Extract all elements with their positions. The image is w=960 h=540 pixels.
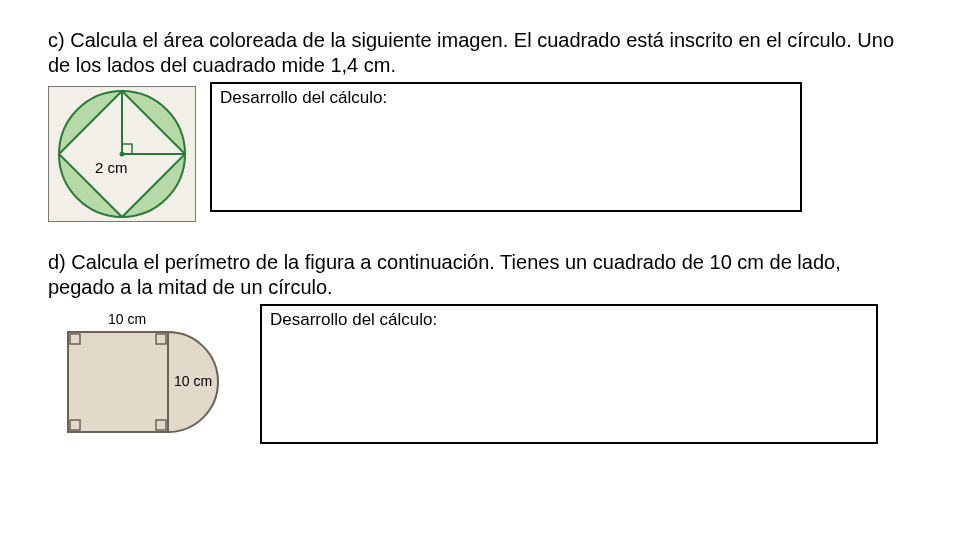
figure-c: 2 cm <box>48 86 196 222</box>
problem-c-prompt: c) Calcula el área coloreada de la sigui… <box>48 28 912 78</box>
problem-d-row: 10 cm 10 cm Desarrollo del cálculo: <box>48 304 912 458</box>
problem-c-row: 2 cm Desarrollo del cálculo: <box>48 82 912 222</box>
calc-box-d[interactable]: Desarrollo del cálculo: <box>260 304 878 444</box>
figure-d: 10 cm 10 cm <box>48 308 246 458</box>
calc-box-c[interactable]: Desarrollo del cálculo: <box>210 82 802 212</box>
svg-rect-6 <box>68 332 168 432</box>
label-10-top: 10 cm <box>108 311 146 327</box>
figure-d-svg: 10 cm 10 cm <box>48 308 246 458</box>
label-10-side: 10 cm <box>174 373 212 389</box>
problem-d-prompt: d) Calcula el perímetro de la figura a c… <box>48 250 912 300</box>
calc-label-d: Desarrollo del cálculo: <box>270 310 437 329</box>
figure-c-svg: 2 cm <box>49 87 195 221</box>
calc-label-c: Desarrollo del cálculo: <box>220 88 387 107</box>
svg-point-5 <box>120 152 125 157</box>
radius-label: 2 cm <box>95 159 128 176</box>
